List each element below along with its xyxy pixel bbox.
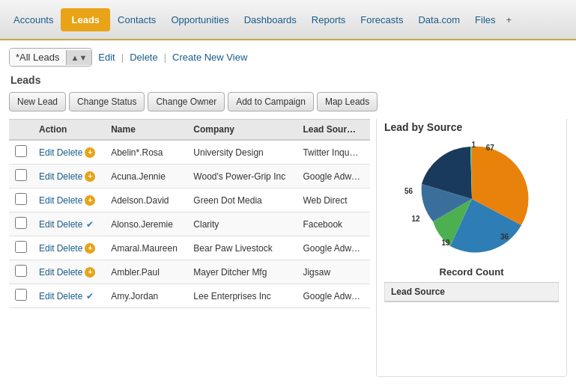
edit-view-link[interactable]: Edit — [98, 52, 115, 63]
row-action-cell: Edit Delete ✔ — [33, 212, 105, 236]
create-new-view-link[interactable]: Create New View — [172, 52, 247, 63]
row-lead-source-1: Google Adw… — [297, 165, 370, 189]
plus-icon[interactable]: + — [85, 195, 95, 206]
edit-link-6[interactable]: Edit — [39, 291, 55, 301]
map-leads-button[interactable]: Map Leads — [317, 92, 378, 111]
row-name-5: Ambler.Paul — [105, 260, 187, 284]
row-checkbox-1[interactable] — [15, 169, 27, 181]
plus-icon[interactable]: + — [85, 171, 95, 182]
row-checkbox-cell — [9, 284, 33, 308]
edit-link-1[interactable]: Edit — [39, 171, 55, 182]
pie-label-12: 12 — [412, 215, 420, 223]
row-checkbox-2[interactable] — [15, 193, 27, 205]
row-checkbox-6[interactable] — [15, 289, 27, 301]
delete-link-5[interactable]: Delete — [57, 267, 83, 278]
table-row: Edit Delete ✔ Alonso.Jeremie Clarity Fac… — [9, 212, 370, 236]
delete-link-0[interactable]: Delete — [57, 147, 83, 158]
row-company-6: Lee Enterprises Inc — [187, 284, 297, 308]
nav-forecasts[interactable]: Forecasts — [353, 10, 410, 30]
chart-panel: Lead by Source 67 — [376, 119, 567, 377]
delete-link-1[interactable]: Delete — [57, 171, 83, 182]
pie-label-1: 1 — [472, 141, 476, 149]
new-lead-button[interactable]: New Lead — [9, 92, 66, 111]
nav-files[interactable]: Files — [467, 10, 503, 30]
table-row: Edit Delete + Abelin*.Rosa University De… — [9, 140, 370, 165]
row-action-cell: Edit Delete + — [33, 236, 105, 260]
lead-source-header-row: Lead Source — [385, 283, 559, 302]
table-row: Edit Delete ✔ Amy.Jordan Lee Enterprises… — [9, 284, 370, 308]
delete-link-3[interactable]: Delete — [57, 219, 83, 230]
leads-table-wrap: Action Name Company Lead Sour… Edit Dele… — [9, 119, 370, 385]
view-bar: *All Leads ▲▼ Edit | Delete | Create New… — [9, 48, 567, 67]
row-checkbox-0[interactable] — [15, 145, 27, 157]
delete-link-4[interactable]: Delete — [57, 243, 83, 254]
action-buttons-bar: New Lead Change Status Change Owner Add … — [9, 92, 567, 111]
view-select-arrow-icon[interactable]: ▲▼ — [66, 50, 92, 65]
table-row: Edit Delete + Ambler.Paul Mayer Ditcher … — [9, 260, 370, 284]
row-checkbox-4[interactable] — [15, 241, 27, 253]
nav-opportunities[interactable]: Opportunities — [163, 10, 236, 30]
row-company-5: Mayer Ditcher Mfg — [187, 260, 297, 284]
row-name-4: Amaral.Maureen — [105, 236, 187, 260]
row-lead-source-5: Jigsaw — [297, 260, 370, 284]
top-navigation: Accounts Leads Contacts Opportunities Da… — [0, 0, 576, 40]
edit-link-3[interactable]: Edit — [39, 219, 55, 230]
lead-source-table: Lead Source — [384, 282, 559, 302]
check-icon: ✔ — [85, 219, 95, 230]
row-action-cell: Edit Delete + — [33, 165, 105, 189]
row-company-3: Clarity — [187, 212, 297, 236]
separator-2: | — [164, 52, 166, 63]
col-company: Company — [187, 120, 297, 141]
nav-more[interactable]: + — [503, 10, 515, 30]
row-company-1: Wood's Power-Grip Inc — [187, 165, 297, 189]
row-checkbox-cell — [9, 212, 33, 236]
add-to-campaign-button[interactable]: Add to Campaign — [228, 92, 314, 111]
row-lead-source-3: Facebook — [297, 212, 370, 236]
delete-link-6[interactable]: Delete — [57, 291, 83, 301]
row-name-2: Adelson.David — [105, 189, 187, 212]
row-lead-source-0: Twitter Inqu… — [297, 140, 370, 165]
row-checkbox-5[interactable] — [15, 265, 27, 277]
lead-source-col-header: Lead Source — [385, 283, 559, 302]
col-name: Name — [105, 120, 187, 141]
delete-link-2[interactable]: Delete — [57, 195, 83, 206]
view-select[interactable]: *All Leads ▲▼ — [9, 48, 92, 67]
check-icon: ✔ — [85, 291, 95, 301]
row-name-1: Acuna.Jennie — [105, 165, 187, 189]
pie-label-56: 56 — [404, 187, 413, 195]
nav-leads[interactable]: Leads — [61, 8, 110, 31]
row-company-0: University Design — [187, 140, 297, 165]
row-lead-source-6: Google Adw… — [297, 284, 370, 308]
row-action-cell: Edit Delete + — [33, 260, 105, 284]
delete-view-link[interactable]: Delete — [130, 52, 158, 63]
pie-svg — [412, 139, 532, 259]
table-header-row: Action Name Company Lead Sour… — [9, 120, 370, 141]
plus-icon[interactable]: + — [85, 243, 95, 254]
plus-icon[interactable]: + — [85, 267, 95, 278]
edit-link-5[interactable]: Edit — [39, 267, 55, 278]
nav-reports[interactable]: Reports — [304, 10, 354, 30]
col-checkbox — [9, 120, 33, 141]
view-select-label: *All Leads — [10, 49, 66, 66]
row-checkbox-cell — [9, 260, 33, 284]
nav-datacom[interactable]: Data.com — [410, 10, 467, 30]
nav-contacts[interactable]: Contacts — [110, 10, 163, 30]
nav-accounts[interactable]: Accounts — [6, 10, 61, 30]
row-checkbox-cell — [9, 236, 33, 260]
separator-1: | — [121, 52, 124, 63]
plus-icon[interactable]: + — [85, 147, 95, 158]
edit-link-2[interactable]: Edit — [39, 195, 55, 206]
row-action-cell: Edit Delete + — [33, 189, 105, 212]
row-checkbox-cell — [9, 140, 33, 165]
change-status-button[interactable]: Change Status — [69, 92, 145, 111]
row-checkbox-3[interactable] — [15, 217, 27, 229]
row-action-cell: Edit Delete ✔ — [33, 284, 105, 308]
nav-dashboards[interactable]: Dashboards — [237, 10, 304, 30]
edit-link-0[interactable]: Edit — [39, 147, 55, 158]
change-owner-button[interactable]: Change Owner — [148, 92, 225, 111]
edit-link-4[interactable]: Edit — [39, 243, 55, 254]
pie-chart: 67 56 12 19 36 1 — [412, 139, 532, 259]
main-content: *All Leads ▲▼ Edit | Delete | Create New… — [0, 40, 576, 392]
chart-title: Lead by Source — [384, 121, 462, 133]
row-lead-source-4: Google Adw… — [297, 236, 370, 260]
